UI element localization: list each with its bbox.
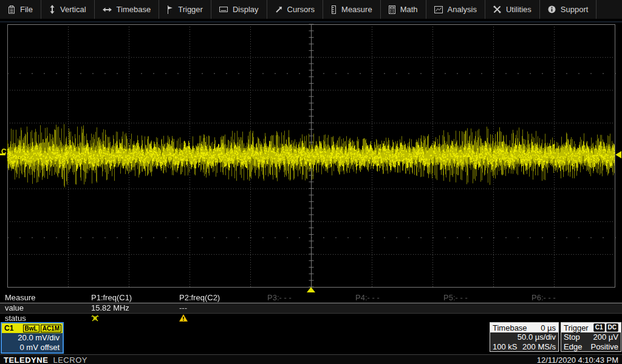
- timebase-sample-rate: 200 MS/s: [522, 342, 556, 352]
- trigger-type-row: Edge Positive: [561, 342, 621, 352]
- oscilloscope-screen: File Vertical Timebase Trigger Display: [0, 0, 622, 364]
- menu-trigger-label: Trigger: [178, 5, 203, 14]
- brand-lecroy: LECROY: [53, 356, 87, 364]
- trigger-flag-icon: [167, 5, 173, 14]
- menu-display[interactable]: Display: [211, 0, 267, 19]
- trigger-mode: Stop: [564, 332, 580, 342]
- trigger-time-marker[interactable]: [307, 287, 315, 292]
- menu-trigger[interactable]: Trigger: [159, 0, 211, 19]
- trigger-box-header: Trigger C1 DC: [561, 323, 621, 332]
- menu-analysis[interactable]: Analysis: [426, 0, 485, 19]
- measure-p4-header[interactable]: P4:- - -: [355, 293, 380, 303]
- cursor-arrow-icon: [275, 6, 282, 13]
- measure-p3-header[interactable]: P3:- - -: [267, 293, 292, 303]
- bandwidth-limit-badge: BwL: [23, 325, 39, 332]
- channel-c1-name: C1: [3, 324, 13, 332]
- trigger-coupling-badge: DC: [606, 323, 618, 332]
- trigger-level-marker[interactable]: [615, 151, 621, 158]
- timebase-samples: 100 kS: [493, 342, 517, 352]
- menu-utilities[interactable]: Utilities: [485, 0, 540, 19]
- measure-p2-header[interactable]: P2:freq(C2): [179, 293, 220, 303]
- menu-analysis-label: Analysis: [448, 5, 477, 14]
- timebase-title: Timebase: [493, 323, 527, 332]
- menu-timebase[interactable]: Timebase: [95, 0, 160, 19]
- info-icon: [548, 5, 556, 13]
- menu-utilities-label: Utilities: [506, 5, 531, 14]
- teledyne-lecroy-logo: TELEDYNE LECROY: [0, 356, 87, 364]
- channel-c1-box-header: C1 BwL AC1M: [2, 323, 63, 333]
- measure-p1-status-icon: [91, 314, 99, 325]
- menu-cursors[interactable]: Cursors: [267, 0, 324, 19]
- measure-p2-value: ---: [179, 303, 187, 313]
- timebase-scale-row: 50.0 µs/div: [490, 332, 558, 342]
- trigger-mode-row: Stop 200 µV: [561, 332, 621, 342]
- measure-value-row: value 15.82 MHz ---: [0, 303, 622, 314]
- timebase-descriptor-box[interactable]: Timebase 0 µs 50.0 µs/div 100 kS 200 MS/…: [490, 322, 559, 352]
- measure-p1-value: 15.82 MHz: [91, 303, 129, 313]
- timebase-scale: 50.0 µs/div: [518, 332, 556, 342]
- trigger-type: Edge: [564, 342, 582, 352]
- menu-math-label: Math: [400, 5, 418, 14]
- menu-measure-label: Measure: [341, 5, 372, 14]
- ruler-icon: [331, 5, 337, 14]
- menu-timebase-label: Timebase: [117, 5, 151, 14]
- menu-file-label: File: [20, 5, 33, 14]
- menu-measure[interactable]: Measure: [323, 0, 381, 19]
- channel-c1-zero-marker[interactable]: [0, 153, 5, 155]
- tools-icon: [493, 5, 501, 13]
- trigger-level: 200 µV: [593, 332, 618, 342]
- brand-teledyne: TELEDYNE: [4, 356, 48, 364]
- menu-vertical[interactable]: Vertical: [41, 0, 95, 19]
- file-icon: [8, 5, 15, 14]
- measure-p6-header[interactable]: P6:- - -: [531, 293, 556, 303]
- channel-c1-scale: 20.0 mV/div: [2, 333, 63, 343]
- menubar: File Vertical Timebase Trigger Display: [0, 0, 622, 19]
- datetime-display: 12/11/2020 4:10:43 PM: [537, 356, 622, 364]
- menu-display-label: Display: [233, 5, 259, 14]
- value-row-label: value: [5, 303, 24, 313]
- measure-header-row: Measure P1:freq(C1) P2:freq(C2) P3:- - -…: [0, 293, 622, 303]
- coupling-badge: AC1M: [41, 325, 61, 332]
- channel-c1-offset: 0 mV offset: [2, 343, 63, 352]
- status-bar: TELEDYNE LECROY 12/11/2020 4:10:43 PM: [0, 354, 622, 364]
- measure-p5-header[interactable]: P5:- - -: [443, 293, 468, 303]
- measure-p1-header[interactable]: P1:freq(C1): [91, 293, 132, 303]
- graticule-waveform-canvas: [0, 19, 622, 293]
- vertical-arrows-icon: [49, 5, 55, 14]
- menu-cursors-label: Cursors: [287, 5, 315, 14]
- trigger-descriptor-box[interactable]: Trigger C1 DC Stop 200 µV Edge Positive: [561, 322, 621, 352]
- menu-file[interactable]: File: [0, 0, 41, 19]
- waveform-display-area: [0, 19, 622, 293]
- trigger-title: Trigger: [564, 323, 589, 332]
- trend-chart-icon: [434, 6, 443, 13]
- menu-vertical-label: Vertical: [60, 5, 86, 14]
- measure-p2-warning-icon: [179, 314, 188, 324]
- trigger-source-badge: C1: [593, 323, 605, 332]
- timebase-delay: 0 µs: [541, 323, 556, 332]
- menu-support[interactable]: Support: [540, 0, 597, 19]
- trigger-slope: Positive: [590, 342, 618, 352]
- channel-c1-descriptor-box[interactable]: C1 BwL AC1M 20.0 mV/div 0 mV offset: [1, 322, 64, 354]
- timebase-box-header: Timebase 0 µs: [490, 323, 558, 332]
- horizontal-arrows-icon: [103, 7, 112, 13]
- menu-support-label: Support: [561, 5, 589, 14]
- measure-row-label: Measure: [5, 293, 36, 303]
- measure-table: Measure P1:freq(C1) P2:freq(C2) P3:- - -…: [0, 293, 622, 322]
- calculator-icon: [389, 5, 395, 14]
- timebase-sampling-row: 100 kS 200 MS/s: [490, 342, 558, 352]
- menu-math[interactable]: Math: [381, 0, 426, 19]
- display-monitor-icon: [219, 6, 228, 13]
